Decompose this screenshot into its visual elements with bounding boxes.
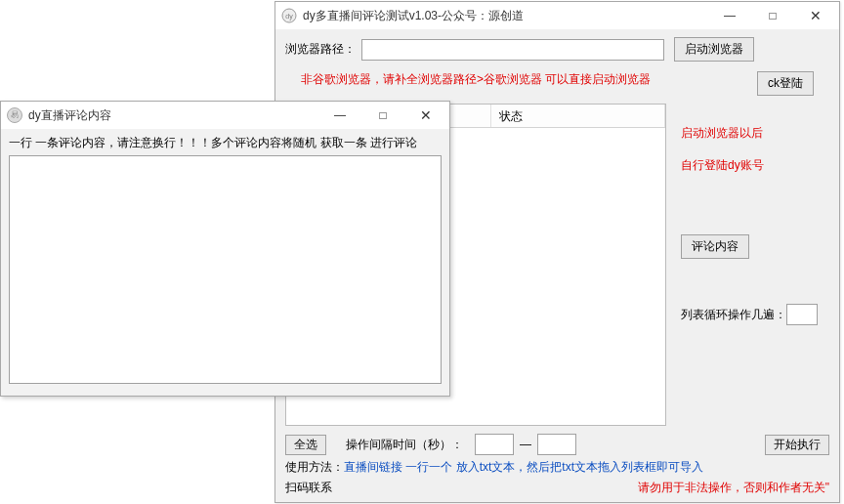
hint-start-browser: 启动浏览器以后 [681,125,832,142]
app-icon: dy [281,8,297,23]
loop-row: 列表循环操作几遍： [681,304,832,325]
comment-content-button[interactable]: 评论内容 [681,234,749,259]
close-button[interactable]: ✕ [794,2,837,29]
popup-title: dy直播评论内容 [28,107,318,124]
interval-label: 操作间隔时间（秒）： [346,437,463,453]
hint-row: 非谷歌浏览器，请补全浏览器路径>谷歌浏览器 可以直接启动浏览器 ck登陆 [285,71,829,96]
browser-path-row: 浏览器路径： 启动浏览器 [285,37,829,62]
popup-body: 一行 一条评论内容，请注意换行！！！多个评论内容将随机 获取一条 进行评论 [1,129,449,396]
interval-to-input[interactable] [537,434,576,455]
bottom-area: 全选 操作间隔时间（秒）： — 开始执行 使用方法： 直播间链接 一行一个 放入… [285,430,829,496]
loop-label: 列表循环操作几遍： [681,307,786,323]
comment-textarea[interactable] [9,155,442,384]
disclaimer-text: 请勿用于非法操作，否则和作者无关" [638,480,829,496]
controls-row: 全选 操作间隔时间（秒）： — 开始执行 [285,434,829,455]
non-chrome-hint: 非谷歌浏览器，请补全浏览器路径>谷歌浏览器 可以直接启动浏览器 [301,71,757,88]
footer-row: 扫码联系 请勿用于非法操作，否则和作者无关" [285,480,829,496]
col-status[interactable]: 状态 [491,105,665,127]
start-execute-button[interactable]: 开始执行 [765,435,829,455]
hint-login: 自行登陆dy账号 [681,157,832,174]
comment-popup-window: 易 dy直播评论内容 — □ ✕ 一行 一条评论内容，请注意换行！！！多个评论内… [0,101,450,397]
interval-dash: — [520,438,531,451]
browser-path-input[interactable] [361,39,664,61]
maximize-button[interactable]: □ [751,2,794,29]
ck-login-button[interactable]: ck登陆 [757,71,814,96]
popup-close-button[interactable]: ✕ [404,102,447,129]
usage-row: 使用方法： 直播间链接 一行一个 放入txt文本，然后把txt文本拖入列表框即可… [285,459,829,476]
popup-titlebar[interactable]: 易 dy直播评论内容 — □ ✕ [1,102,449,129]
start-browser-button[interactable]: 启动浏览器 [674,37,754,62]
loop-count-input[interactable] [786,304,818,325]
svg-text:dy: dy [285,13,293,21]
interval-from-input[interactable] [475,434,514,455]
usage-text: 直播间链接 一行一个 放入txt文本，然后把txt文本拖入列表框即可导入 [344,459,703,476]
minimize-button[interactable]: — [708,2,751,29]
usage-label: 使用方法： [285,459,344,476]
popup-app-icon: 易 [7,107,22,123]
popup-minimize-button[interactable]: — [318,102,361,129]
popup-maximize-button[interactable]: □ [361,102,404,129]
scan-contact-label: 扫码联系 [285,480,332,496]
main-titlebar[interactable]: dy dy多直播间评论测试v1.03-公众号：源创道 — □ ✕ [275,2,839,29]
select-all-button[interactable]: 全选 [285,435,326,455]
main-title: dy多直播间评论测试v1.03-公众号：源创道 [303,8,708,24]
right-column: 启动浏览器以后 自行登陆dy账号 评论内容 列表循环操作几遍： [681,125,832,341]
browser-path-label: 浏览器路径： [285,41,356,58]
popup-hint: 一行 一条评论内容，请注意换行！！！多个评论内容将随机 获取一条 进行评论 [9,135,442,151]
